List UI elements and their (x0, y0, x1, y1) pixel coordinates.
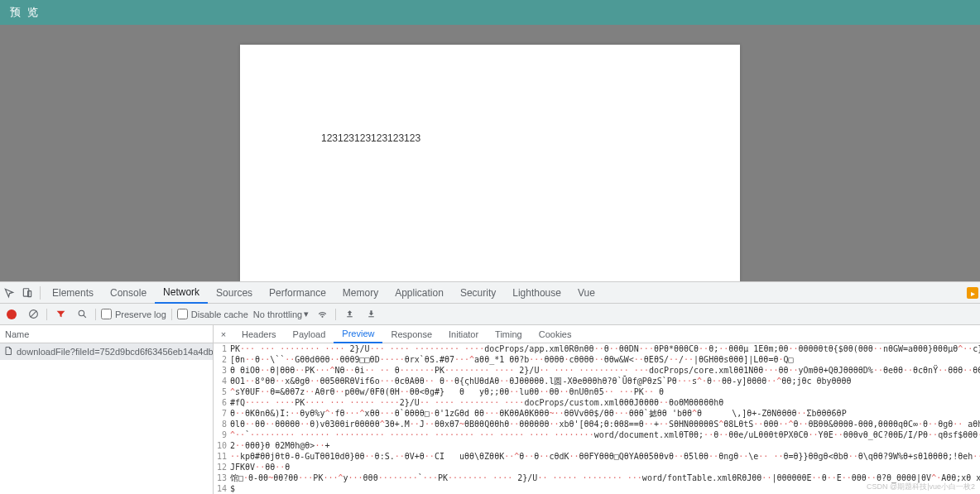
disable-cache-checkbox[interactable]: Disable cache (177, 309, 248, 319)
document-body-text: 123123123123123123 (321, 132, 420, 144)
svg-point-4 (79, 310, 84, 316)
tab-performance[interactable]: Performance (261, 282, 334, 304)
tab-application[interactable]: Application (387, 282, 452, 304)
device-toggle-icon[interactable] (18, 282, 36, 304)
close-icon[interactable]: × (214, 329, 233, 339)
record-icon[interactable] (3, 306, 20, 323)
request-row[interactable]: downloadFile?fileId=752d9bcd6f63456eb14a… (0, 343, 213, 360)
preview-title: 预 览 (10, 5, 40, 20)
dtab-preview[interactable]: Preview (334, 325, 382, 343)
inspect-icon[interactable] (0, 282, 18, 304)
svg-point-6 (322, 316, 323, 317)
network-toolbar: Preserve log Disable cache No throttling… (0, 304, 980, 325)
dtab-payload[interactable]: Payload (285, 325, 334, 343)
divider (40, 286, 41, 300)
tab-memory[interactable]: Memory (334, 282, 387, 304)
divider (95, 309, 96, 320)
preserve-log-checkbox[interactable]: Preserve log (101, 309, 166, 319)
dtab-initiator[interactable]: Initiator (440, 325, 487, 343)
watermark: CSDN @期题科技|vue小白一枚2 (867, 482, 975, 492)
tab-console[interactable]: Console (102, 282, 155, 304)
svg-line-3 (30, 311, 36, 318)
devtools-body: Name downloadFile?fileId=752d9bcd6f63456… (0, 325, 980, 494)
divider (171, 309, 172, 320)
clear-icon[interactable] (25, 306, 41, 323)
dtab-timing[interactable]: Timing (487, 325, 531, 343)
devtools-panel: Elements Console Network Sources Perform… (0, 281, 980, 494)
svg-rect-8 (368, 316, 374, 317)
wifi-icon[interactable] (314, 306, 330, 323)
divider (46, 309, 47, 320)
tab-vue[interactable]: Vue (569, 282, 603, 304)
detail-tabbar: × Headers Payload Preview Response Initi… (214, 325, 980, 343)
tab-security[interactable]: Security (452, 282, 504, 304)
devtools-tabbar: Elements Console Network Sources Perform… (0, 282, 980, 304)
dtab-response[interactable]: Response (382, 325, 440, 343)
tab-sources[interactable]: Sources (208, 282, 261, 304)
tab-lighthouse[interactable]: Lighthouse (504, 282, 569, 304)
filter-icon[interactable] (52, 306, 69, 323)
file-icon (3, 346, 13, 357)
request-list-header[interactable]: Name (0, 325, 213, 343)
preview-header: 预 览 (0, 0, 980, 25)
throttling-select[interactable]: No throttling▾ (253, 309, 309, 319)
divider (335, 309, 336, 320)
request-name: downloadFile?fileId=752d9bcd6f63456eb14a… (17, 347, 213, 357)
svg-line-5 (84, 315, 86, 318)
download-icon[interactable] (363, 306, 379, 323)
tab-elements[interactable]: Elements (44, 282, 102, 304)
disable-cache-label: Disable cache (191, 309, 248, 319)
upload-icon[interactable] (341, 306, 358, 323)
warning-badge-icon[interactable]: ▸ (967, 287, 978, 299)
dtab-cookies[interactable]: Cookies (531, 325, 580, 343)
request-detail: × Headers Payload Preview Response Initi… (214, 325, 980, 494)
preserve-log-label: Preserve log (115, 309, 166, 319)
svg-rect-7 (347, 316, 353, 317)
request-list: Name downloadFile?fileId=752d9bcd6f63456… (0, 325, 214, 494)
throttling-label: No throttling (253, 309, 302, 319)
tab-network[interactable]: Network (155, 282, 208, 304)
chevron-down-icon: ▾ (304, 309, 309, 319)
search-icon[interactable] (74, 306, 90, 323)
preview-area: 123123123123123123 (0, 25, 980, 281)
response-preview-raw[interactable]: 1PK··· ··· ········ ···· 2}/U··· ···· ··… (214, 343, 980, 494)
document-page: 123123123123123123 (240, 45, 740, 281)
dtab-headers[interactable]: Headers (233, 325, 285, 343)
